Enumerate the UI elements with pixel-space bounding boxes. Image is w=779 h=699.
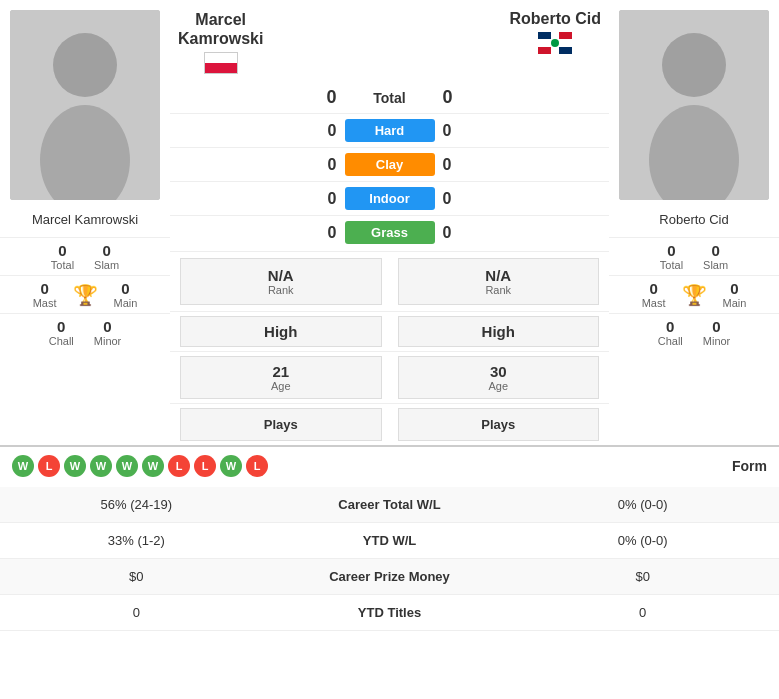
form-badge-w: W (90, 455, 112, 477)
stat-label-0: Career Total W/L (273, 487, 507, 523)
total-score-left: 0 (307, 87, 337, 108)
right-player-column: Roberto Cid 0 Total 0 Slam 0 Mast (609, 0, 779, 445)
right-trophy-icon: 🏆 (682, 285, 707, 305)
right-minor-label: Minor (703, 335, 731, 347)
left-chall-label: Chall (49, 335, 74, 347)
right-total-label: Total (660, 259, 683, 271)
form-badge-l: L (38, 455, 60, 477)
stat-label-3: YTD Titles (273, 595, 507, 631)
left-mast-value: 0 (40, 280, 48, 297)
form-badges-container: WLWWWWLLWL (12, 455, 268, 477)
stat-right-3: 0 (506, 595, 779, 631)
right-mast-value: 0 (649, 280, 657, 297)
form-badge-l: L (246, 455, 268, 477)
main-area: Marcel Kamrowski 0 Total 0 Slam 0 Mast (0, 0, 779, 445)
left-rank-card: N/A Rank (180, 258, 382, 305)
svg-point-9 (551, 39, 559, 47)
form-label: Form (732, 458, 767, 474)
stat-left-0: 56% (24-19) (0, 487, 273, 523)
right-stats-row1: 0 Total 0 Slam (609, 237, 779, 275)
right-slam-label: Slam (703, 259, 728, 271)
form-badge-l: L (168, 455, 190, 477)
right-plays-label: Plays (398, 408, 600, 441)
left-chall-value: 0 (57, 318, 65, 335)
left-player-photo (10, 10, 160, 200)
right-player-photo (619, 10, 769, 200)
hard-score-right: 0 (443, 122, 473, 140)
stat-left-1: 33% (1-2) (0, 523, 273, 559)
right-player-name-display: Roberto Cid (509, 10, 601, 28)
left-main-value: 0 (121, 280, 129, 297)
form-badge-w: W (116, 455, 138, 477)
poland-flag-top (205, 53, 237, 63)
clay-badge: Clay (345, 153, 435, 176)
right-age-label: Age (411, 380, 587, 392)
left-main-label: Main (114, 297, 138, 309)
right-player-name-display: Roberto Cid (609, 210, 779, 229)
grass-score-right: 0 (443, 224, 473, 242)
right-rank-card: N/A Rank (398, 258, 600, 305)
hard-badge: Hard (345, 119, 435, 142)
right-flag (509, 32, 601, 54)
left-plays-label: Plays (180, 408, 382, 441)
right-stats-row3: 0 Chall 0 Minor (609, 313, 779, 351)
form-badge-w: W (220, 455, 242, 477)
stat-left-3: 0 (0, 595, 273, 631)
svg-point-11 (662, 33, 726, 97)
right-player-name-header: Roberto Cid (509, 10, 601, 74)
stat-label-1: YTD W/L (273, 523, 507, 559)
stat-label-2: Career Prize Money (273, 559, 507, 595)
plays-row: Plays Plays (170, 403, 609, 445)
rank-row: N/A Rank N/A Rank (170, 251, 609, 311)
left-player-name-header: Marcel Kamrowski (178, 10, 263, 74)
indoor-score-left: 0 (307, 190, 337, 208)
right-chall-label: Chall (658, 335, 683, 347)
left-age-label: Age (193, 380, 369, 392)
right-rank-value: N/A (411, 267, 587, 284)
total-label: Total (345, 90, 435, 106)
stats-row-3: 0 YTD Titles 0 (0, 595, 779, 631)
left-stats-row3: 0 Chall 0 Minor (0, 313, 170, 351)
right-rank-label: Rank (411, 284, 587, 296)
left-name-line2: Kamrowski (178, 29, 263, 48)
left-minor-value: 0 (103, 318, 111, 335)
left-high-value: High (180, 316, 382, 347)
form-badge-w: W (142, 455, 164, 477)
left-rank-label: Rank (193, 284, 369, 296)
right-high-value: High (398, 316, 600, 347)
left-chall-stat: 0 Chall (49, 318, 74, 347)
high-row: High High (170, 311, 609, 351)
indoor-badge: Indoor (345, 187, 435, 210)
right-total-value: 0 (667, 242, 675, 259)
center-column: Marcel Kamrowski Roberto Cid (170, 0, 609, 445)
right-mast-label: Mast (642, 297, 666, 309)
right-total-stat: 0 Total (660, 242, 683, 271)
stats-row-1: 33% (1-2) YTD W/L 0% (0-0) (0, 523, 779, 559)
form-badge-w: W (12, 455, 34, 477)
left-stats-row2: 0 Mast 🏆 0 Main (0, 275, 170, 313)
hard-score-row: 0 Hard 0 (170, 113, 609, 147)
left-minor-label: Minor (94, 335, 122, 347)
total-score-right: 0 (443, 87, 473, 108)
svg-point-1 (53, 33, 117, 97)
right-main-label: Main (723, 297, 747, 309)
right-slam-stat: 0 Slam (703, 242, 728, 271)
left-total-stat: 0 Total (51, 242, 74, 271)
stat-right-1: 0% (0-0) (506, 523, 779, 559)
indoor-score-row: 0 Indoor 0 (170, 181, 609, 215)
left-age-value: 21 (193, 363, 369, 380)
right-minor-value: 0 (712, 318, 720, 335)
total-score-row: 0 Total 0 (170, 82, 609, 113)
grass-score-left: 0 (307, 224, 337, 242)
stat-right-2: $0 (506, 559, 779, 595)
right-stats-row2: 0 Mast 🏆 0 Main (609, 275, 779, 313)
stat-right-0: 0% (0-0) (506, 487, 779, 523)
dominican-flag (538, 32, 572, 54)
clay-score-left: 0 (307, 156, 337, 174)
left-slam-value: 0 (102, 242, 110, 259)
left-stats-row1: 0 Total 0 Slam (0, 237, 170, 275)
hard-score-left: 0 (307, 122, 337, 140)
left-player-name-display: Marcel Kamrowski (0, 210, 170, 229)
left-slam-stat: 0 Slam (94, 242, 119, 271)
form-section: WLWWWWLLWL Form (0, 445, 779, 485)
